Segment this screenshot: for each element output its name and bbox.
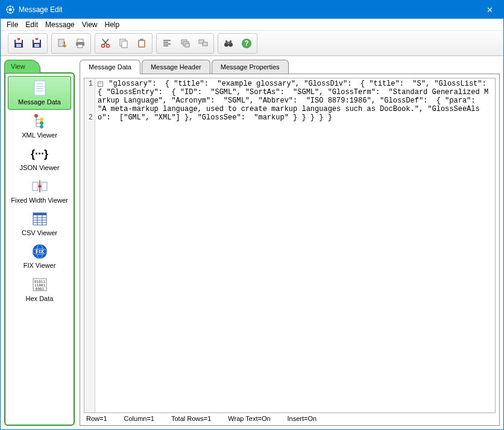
svg-point-55 (40, 118, 43, 121)
sidebar-item-label: XML Viewer (9, 131, 70, 139)
window-title: Message Edit (19, 5, 476, 14)
save-disk-icon (13, 38, 24, 49)
toolbar-group-search: ? (218, 33, 257, 54)
svg-text:0001: 0001 (35, 286, 44, 291)
help-button[interactable]: ? (238, 35, 255, 52)
find-button[interactable] (220, 35, 237, 52)
svg-text:FIX: FIX (35, 248, 43, 255)
align-left-icon (162, 38, 172, 49)
sidebar: View Message Data XML Viewer {···} JSON … (4, 60, 75, 426)
sidebar-item-label: Fixed Width Viewer (9, 197, 70, 204)
json-braces-icon: {···} (9, 145, 70, 163)
svg-rect-12 (16, 44, 21, 47)
toolbar-group-export (51, 33, 91, 54)
svg-rect-43 (230, 40, 232, 43)
xml-tree-icon (9, 112, 70, 130)
sidebar-item-fix-viewer[interactable]: FIX FIX Viewer (8, 240, 71, 273)
svg-rect-27 (122, 41, 127, 48)
sidebar-item-json-viewer[interactable]: {···} JSON Viewer (8, 142, 71, 175)
code-text: "glossary": { "title": "example glossary… (98, 80, 495, 122)
printer-icon (75, 38, 86, 49)
toolbar: ? (1, 31, 503, 56)
tab-message-properties[interactable]: Message Properties (212, 60, 289, 74)
svg-point-57 (40, 121, 43, 125)
status-row: Row=1 (86, 415, 107, 422)
line-number: 1 (84, 80, 93, 113)
svg-rect-60 (33, 182, 38, 191)
line-gutter: 1 2 (84, 78, 95, 413)
arrow-down-icon (57, 38, 68, 49)
sidebar-item-label: Message Data (10, 98, 69, 106)
fold-toggle[interactable]: − (98, 81, 103, 87)
menu-message[interactable]: Message (42, 19, 78, 30)
sidebar-item-hex-data[interactable]: 01011110010001 Hex Data (8, 273, 71, 306)
status-wrap: Wrap Text=On (228, 415, 270, 422)
svg-rect-16 (34, 44, 39, 47)
menu-edit[interactable]: Edit (22, 19, 42, 30)
menu-file[interactable]: File (3, 19, 22, 30)
sidebar-item-label: Hex Data (9, 295, 70, 302)
close-icon: ✕ (487, 5, 493, 14)
svg-rect-64 (33, 213, 46, 215)
sidebar-item-label: CSV Viewer (9, 229, 70, 236)
menu-view[interactable]: View (78, 19, 101, 30)
copy-icon (118, 38, 129, 49)
sidebar-panel: Message Data XML Viewer {···} JSON Viewe… (4, 72, 75, 426)
line-number: 2 (84, 113, 93, 122)
sidebar-item-xml-viewer[interactable]: XML Viewer (8, 110, 71, 142)
code-area[interactable]: − "glossary": { "title": "example glossa… (95, 78, 495, 413)
svg-text:?: ? (244, 39, 248, 48)
print-button[interactable] (72, 35, 89, 52)
help-icon: ? (241, 38, 252, 49)
status-total-rows: Total Rows=1 (171, 415, 211, 422)
main-body: 1 2 − "glossary": { "title": "example gl… (80, 74, 500, 426)
document-icon (10, 79, 69, 97)
app-icon (5, 5, 15, 14)
svg-rect-61 (42, 182, 47, 191)
save-disk-icon (31, 38, 42, 49)
sidebar-item-fixed-width[interactable]: Fixed Width Viewer (8, 175, 71, 207)
expand-button[interactable] (195, 35, 212, 52)
sidebar-item-message-data[interactable]: Message Data (8, 76, 71, 110)
sidebar-item-label: FIX Viewer (9, 262, 70, 269)
svg-rect-15 (34, 40, 40, 43)
paste-button[interactable] (133, 35, 150, 52)
main-area: Message Data Message Header Message Prop… (80, 60, 500, 426)
svg-point-1 (9, 8, 12, 11)
sidebar-tab-view[interactable]: View (4, 60, 40, 73)
toolbar-group-edit (95, 33, 153, 54)
svg-rect-42 (225, 40, 227, 43)
titlebar: Message Edit ✕ (1, 1, 503, 19)
status-column: Column=1 (124, 415, 154, 422)
svg-rect-29 (139, 41, 144, 46)
sidebar-item-csv-viewer[interactable]: CSV Viewer (8, 207, 71, 240)
svg-rect-30 (140, 39, 143, 41)
sidebar-tab-row: View (4, 60, 75, 73)
fix-globe-icon: FIX (9, 242, 70, 261)
tab-message-header[interactable]: Message Header (142, 60, 210, 74)
export-button[interactable] (54, 35, 71, 52)
align-left-button[interactable] (159, 35, 175, 52)
clipboard-icon (136, 38, 147, 49)
status-bar: Row=1 Column=1 Total Rows=1 Wrap Text=On… (84, 413, 496, 424)
copy-button[interactable] (115, 35, 132, 52)
close-button[interactable]: ✕ (476, 1, 503, 19)
binoculars-icon (223, 38, 234, 49)
collapse-button[interactable] (177, 35, 194, 52)
content: View Message Data XML Viewer {···} JSON … (1, 56, 503, 429)
text-editor[interactable]: 1 2 − "glossary": { "title": "example gl… (84, 78, 496, 413)
menu-help[interactable]: Help (101, 19, 124, 30)
svg-rect-47 (34, 81, 45, 95)
svg-rect-39 (203, 42, 207, 46)
sidebar-item-label: JSON Viewer (9, 164, 70, 171)
cut-button[interactable] (97, 35, 114, 52)
svg-rect-21 (78, 45, 83, 48)
menubar: File Edit Message View Help (1, 19, 503, 31)
svg-rect-44 (227, 42, 230, 43)
binary-icon: 01011110010001 (9, 276, 70, 294)
tab-message-data[interactable]: Message Data (80, 60, 140, 74)
save-button-2[interactable] (28, 35, 45, 52)
main-tab-row: Message Data Message Header Message Prop… (80, 60, 500, 74)
save-button-1[interactable] (10, 35, 27, 52)
svg-rect-19 (77, 39, 83, 42)
